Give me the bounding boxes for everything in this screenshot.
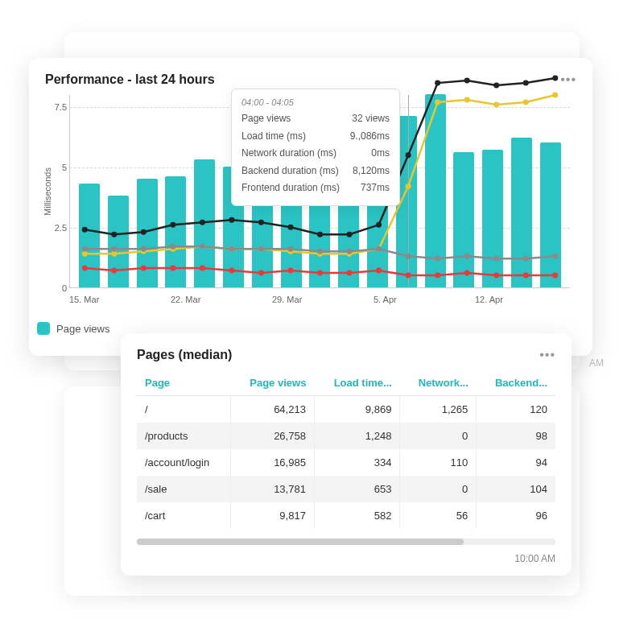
series-point[interactable] (464, 78, 470, 84)
series-point[interactable] (347, 232, 353, 237)
series-point[interactable] (464, 254, 470, 259)
table-cell: /products (137, 423, 230, 449)
series-point[interactable] (552, 93, 558, 98)
table-card-header: Pages (median) ••• (137, 348, 555, 362)
table-header-row: PagePage viewsLoad time...Network...Back… (137, 370, 555, 396)
series-point[interactable] (464, 270, 470, 276)
horizontal-scrollbar[interactable] (137, 539, 555, 545)
table-cell: 120 (477, 396, 555, 423)
table-cell: 104 (477, 476, 555, 502)
series-point[interactable] (435, 80, 440, 86)
column-header[interactable]: Page (137, 370, 230, 396)
column-header[interactable]: Load time... (314, 370, 400, 396)
tooltip-row: Backend duration (ms)8,120ms (242, 163, 390, 180)
more-icon[interactable]: ••• (560, 72, 576, 87)
series-point[interactable] (435, 273, 440, 279)
y-tick: 7.5 (46, 102, 67, 112)
series-point[interactable] (258, 270, 264, 276)
series-point[interactable] (111, 232, 117, 237)
series-point[interactable] (229, 246, 234, 252)
series-point[interactable] (523, 99, 529, 105)
series-point[interactable] (376, 222, 382, 228)
series-point[interactable] (552, 76, 558, 81)
table-cell: 13,781 (230, 476, 314, 502)
column-header[interactable]: Page views (230, 370, 314, 396)
series-point[interactable] (493, 273, 499, 279)
series-point[interactable] (229, 268, 234, 274)
series-point[interactable] (376, 268, 382, 274)
series-point[interactable] (258, 246, 264, 252)
series-point[interactable] (523, 256, 529, 262)
series-point[interactable] (200, 266, 205, 271)
series-point[interactable] (435, 256, 440, 262)
y-tick: 0 (46, 283, 67, 293)
series-point[interactable] (229, 217, 234, 223)
more-icon[interactable]: ••• (539, 348, 555, 362)
x-tick: 29. Mar (272, 295, 374, 304)
table-cell: 56 (400, 502, 477, 529)
legend-label: Page views (56, 323, 109, 335)
legend-swatch-page-views (37, 322, 50, 335)
series-point[interactable] (347, 270, 353, 276)
series-point[interactable] (82, 251, 88, 257)
series-point[interactable] (523, 273, 529, 279)
performance-chart-card: Performance - last 24 hours ••• Millisec… (29, 58, 592, 356)
series-point[interactable] (82, 246, 88, 252)
series-point[interactable] (200, 244, 205, 250)
chart-legend: Page views (37, 322, 109, 335)
series-point[interactable] (141, 266, 147, 271)
series-point[interactable] (141, 229, 147, 235)
series-point[interactable] (406, 254, 411, 259)
series-point[interactable] (200, 220, 205, 225)
column-header[interactable]: Backend... (477, 370, 555, 396)
series-point[interactable] (406, 273, 411, 279)
series-point[interactable] (287, 225, 293, 230)
tooltip-row: Network duration (ms)0ms (242, 145, 390, 163)
table-cell: 9,869 (314, 396, 400, 423)
table-row[interactable]: /products26,7581,248098 (137, 423, 555, 449)
series-point[interactable] (406, 152, 411, 158)
series-point[interactable] (111, 251, 117, 257)
series-point[interactable] (493, 83, 499, 89)
series-point[interactable] (464, 97, 470, 102)
series-point[interactable] (287, 246, 293, 252)
series-point[interactable] (347, 249, 353, 254)
x-tick: 15. Mar (69, 295, 171, 304)
table-row[interactable]: /sale13,7816530104 (137, 476, 555, 502)
series-point[interactable] (493, 256, 499, 262)
table-cell: 1,265 (400, 396, 477, 423)
series-point[interactable] (376, 246, 382, 252)
table-row[interactable]: /account/login16,98533411094 (137, 449, 555, 476)
series-point[interactable] (435, 99, 440, 105)
chart-plot-area[interactable]: Milliseconds 02.557.5 04:00 - 04:05 Page… (69, 95, 570, 288)
y-tick: 2.5 (46, 223, 67, 233)
table-card-title: Pages (median) (137, 348, 232, 362)
tooltip-title: 04:00 - 04:05 (242, 97, 390, 107)
series-point[interactable] (82, 227, 88, 233)
table-row[interactable]: /cart9,8175825696 (137, 502, 555, 529)
table-cell: 1,248 (314, 423, 400, 449)
series-point[interactable] (317, 270, 323, 276)
series-point[interactable] (317, 249, 323, 254)
series-point[interactable] (523, 80, 529, 86)
column-header[interactable]: Network... (400, 370, 477, 396)
table-cell: 26,758 (230, 423, 314, 449)
series-point[interactable] (406, 184, 411, 189)
series-point[interactable] (111, 246, 117, 252)
series-point[interactable] (552, 254, 558, 259)
series-point[interactable] (82, 266, 88, 271)
series-point[interactable] (317, 232, 323, 237)
series-point[interactable] (111, 268, 117, 274)
series-point[interactable] (170, 222, 175, 228)
table-cell: 16,985 (230, 449, 314, 476)
series-point[interactable] (141, 246, 147, 252)
table-row[interactable]: /64,2139,8691,265120 (137, 396, 555, 423)
series-point[interactable] (258, 220, 264, 225)
table-cell: 98 (477, 423, 555, 449)
scrollbar-thumb[interactable] (137, 539, 464, 545)
series-point[interactable] (287, 268, 293, 274)
series-point[interactable] (493, 101, 499, 107)
series-point[interactable] (170, 266, 175, 271)
series-point[interactable] (170, 244, 175, 250)
series-point[interactable] (552, 273, 558, 279)
